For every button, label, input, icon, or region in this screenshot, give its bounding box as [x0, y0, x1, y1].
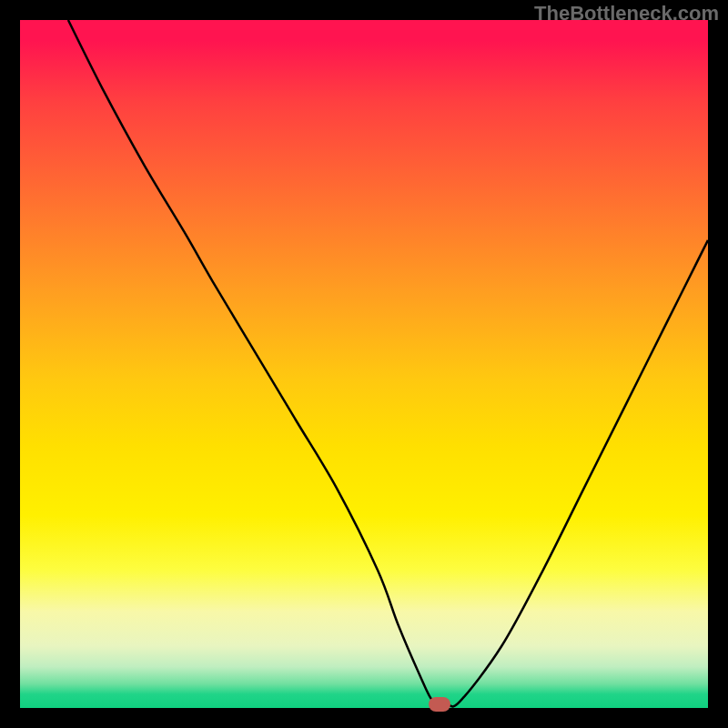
curve-path [68, 20, 708, 706]
chart-curve [20, 20, 708, 708]
chart-marker [429, 697, 450, 712]
chart-plot-area [20, 20, 708, 708]
watermark-text: TheBottleneck.com [534, 2, 719, 25]
